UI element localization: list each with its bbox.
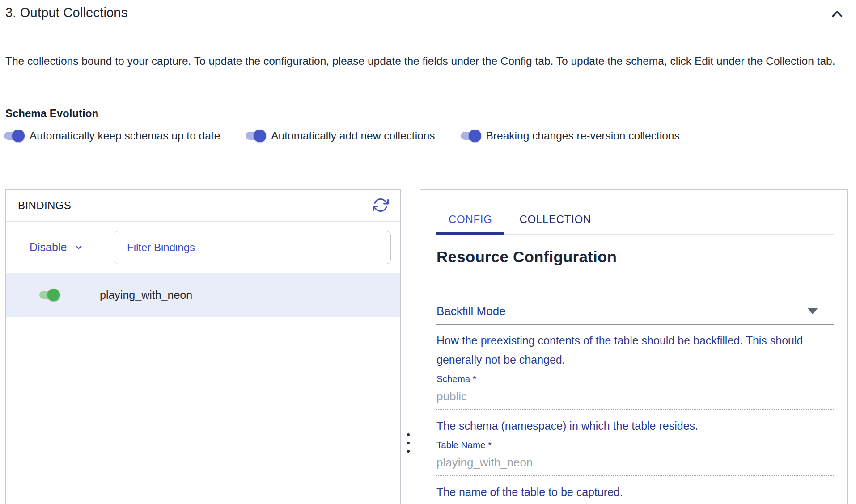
output-collections-section: 3. Output Collections The collections bo… [0, 0, 856, 504]
schema-field-label: Schema * [436, 374, 834, 384]
detail-tabs: CONFIG COLLECTION [436, 205, 834, 235]
disable-action-select[interactable]: Disable [30, 239, 85, 256]
vertical-dots-icon [407, 433, 410, 453]
backfill-mode-helper: How the preexisting contents of the tabl… [436, 331, 834, 370]
backfill-mode-select[interactable]: Backfill Mode [436, 304, 834, 318]
bindings-title: BINDINGS [18, 199, 71, 212]
section-description: The collections bound to your capture. T… [5, 52, 835, 71]
table-name-value: playing_with_neon [436, 456, 834, 470]
table-name-label: Table Name * [436, 440, 834, 450]
backfill-mode-field: Backfill Mode How the preexisting conten… [436, 304, 834, 370]
schema-field: Schema * public The schema (namespace) i… [436, 374, 834, 436]
schema-field-helper: The schema (namespace) in which the tabl… [436, 416, 834, 436]
select-underline [436, 324, 834, 325]
schema-evolution-toggles: Automatically keep schemas up to date Au… [3, 129, 704, 143]
disabled-input-underline [436, 475, 834, 476]
breaking-changes-switch[interactable] [459, 129, 482, 143]
schema-evolution-heading: Schema Evolution [5, 107, 98, 120]
binding-name: playing_with_neon [100, 289, 192, 302]
binding-row[interactable]: playing_with_neon [6, 273, 400, 317]
backfill-mode-label: Backfill Mode [436, 304, 506, 318]
toggle-label: Breaking changes re-version collections [486, 130, 680, 142]
toggle-add-collections: Automatically add new collections [244, 129, 435, 143]
toggle-label: Automatically add new collections [271, 130, 435, 142]
chevron-up-icon [829, 5, 846, 24]
toggle-keep-schemas: Automatically keep schemas up to date [3, 129, 220, 143]
tab-config[interactable]: CONFIG [436, 205, 504, 234]
table-name-helper: The name of the table to be captured. [436, 483, 834, 502]
toggle-label: Automatically keep schemas up to date [30, 130, 220, 142]
panel-resize-handle[interactable] [403, 433, 414, 453]
resource-configuration-heading: Resource Configuration [436, 248, 834, 266]
bindings-panel: BINDINGS Disable playing_with_neon [5, 189, 401, 504]
toggle-breaking-changes: Breaking changes re-version collections [459, 129, 680, 143]
disabled-input-underline [436, 409, 834, 410]
tab-collection[interactable]: COLLECTION [504, 205, 606, 234]
bindings-filter-row: Disable [6, 222, 400, 273]
collapse-section-button[interactable] [827, 4, 847, 24]
keep-schemas-switch[interactable] [3, 129, 25, 143]
bindings-panel-header: BINDINGS [6, 190, 400, 222]
disable-action-label: Disable [30, 241, 67, 254]
binding-detail-panel: CONFIG COLLECTION Resource Configuration… [420, 189, 848, 504]
add-collections-switch[interactable] [244, 129, 267, 143]
refresh-bindings-button[interactable] [372, 196, 390, 215]
table-name-field: Table Name * playing_with_neon The name … [436, 440, 834, 502]
filter-bindings-input[interactable] [114, 231, 391, 264]
page-title: 3. Output Collections [5, 5, 127, 20]
chevron-down-icon [67, 239, 85, 256]
triangle-down-icon [808, 308, 818, 314]
schema-field-value: public [436, 390, 834, 403]
refresh-icon [373, 197, 389, 214]
binding-enabled-switch[interactable] [38, 288, 60, 302]
